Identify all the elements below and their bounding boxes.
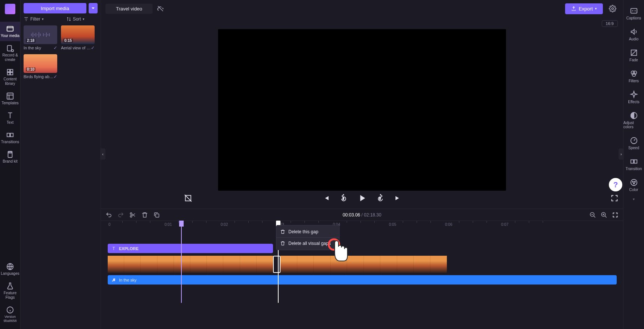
- import-dropdown-button[interactable]: [89, 3, 98, 13]
- zoom-in-button[interactable]: [601, 212, 607, 218]
- timeline-gap-selected[interactable]: [273, 256, 280, 273]
- next-button[interactable]: [393, 194, 402, 202]
- sort-button[interactable]: Sort ▾: [66, 16, 85, 22]
- media-name: Aerial view of …: [61, 46, 91, 50]
- nav-feature-flags[interactable]: Feature Flags: [0, 279, 20, 303]
- collapse-right-panel-button[interactable]: ›: [619, 148, 624, 160]
- check-icon: ✓: [53, 45, 57, 50]
- templates-icon: [6, 92, 14, 100]
- captions-icon: [630, 7, 638, 15]
- svg-point-28: [632, 73, 635, 76]
- svg-text:5: 5: [343, 197, 344, 200]
- svg-rect-9: [10, 133, 13, 136]
- nav-record[interactable]: Record & create: [0, 41, 20, 65]
- effects-icon: [630, 90, 638, 99]
- nav-brand-kit[interactable]: Brand kit: [0, 147, 20, 167]
- svg-point-2: [12, 50, 13, 52]
- svg-rect-4: [10, 70, 13, 72]
- color-icon: [630, 178, 638, 187]
- nav-text[interactable]: Text: [0, 108, 20, 128]
- tool-filters[interactable]: Filters: [623, 66, 644, 87]
- text-track-clip[interactable]: EXPLORE: [108, 244, 273, 253]
- tool-speed[interactable]: Speed: [623, 133, 644, 154]
- tool-transition[interactable]: Transition: [623, 154, 644, 175]
- rewind-5-button[interactable]: 5: [340, 194, 348, 202]
- zoom-out-button[interactable]: [589, 212, 596, 218]
- export-label: Export: [579, 6, 593, 12]
- tool-adjust-colors[interactable]: Adjust colors: [623, 108, 644, 133]
- svg-rect-1: [7, 46, 12, 51]
- globe-icon: [6, 262, 14, 271]
- nav-content-library[interactable]: Content library: [0, 65, 20, 89]
- svg-rect-20: [156, 214, 159, 217]
- forward-5-button[interactable]: 5: [376, 194, 384, 202]
- video-track-clip-2[interactable]: [280, 256, 447, 273]
- audio-track-clip[interactable]: In the sky: [108, 275, 617, 285]
- media-item[interactable]: 0:10 Birds flying ab…✓: [24, 54, 57, 79]
- tool-audio[interactable]: Audio: [623, 24, 644, 45]
- svg-rect-3: [7, 70, 10, 72]
- nav-templates[interactable]: Templates: [0, 89, 20, 108]
- menu-delete-this-gap[interactable]: Delete this gap: [276, 227, 339, 237]
- split-button[interactable]: [129, 212, 136, 218]
- audio-thumbnail: 2:18: [24, 25, 57, 44]
- svg-point-35: [634, 181, 635, 182]
- tool-effects[interactable]: Effects: [623, 87, 644, 108]
- nav-label: Text: [7, 120, 13, 125]
- svg-text:5: 5: [379, 197, 381, 200]
- nav-label: Feature Flags: [0, 291, 20, 300]
- import-media-button[interactable]: Import media: [24, 3, 86, 13]
- play-button[interactable]: [357, 193, 367, 203]
- video-track-clip-1[interactable]: [108, 256, 273, 273]
- nav-version[interactable]: Version 9ba8658: [0, 303, 20, 326]
- media-name: Birds flying ab…: [24, 74, 53, 79]
- nav-transitions[interactable]: Transitions: [0, 128, 20, 147]
- chevron-down-icon: ▾: [42, 17, 44, 21]
- duplicate-button[interactable]: [153, 212, 160, 218]
- prev-button[interactable]: [322, 194, 331, 202]
- aspect-ratio-button[interactable]: 16:9: [602, 20, 618, 27]
- media-item[interactable]: 0:15 Aerial view of …✓: [61, 25, 95, 50]
- app-logo[interactable]: [5, 4, 15, 14]
- ruler-tick: 0:06: [445, 222, 452, 227]
- settings-button[interactable]: [607, 3, 619, 15]
- tool-captions[interactable]: Captions: [623, 3, 644, 24]
- more-tools-chevron[interactable]: ▾: [633, 197, 635, 201]
- nav-your-media[interactable]: Your media: [0, 22, 20, 41]
- fit-button[interactable]: [612, 212, 619, 218]
- filter-icon: [24, 16, 29, 22]
- crop-icon[interactable]: [184, 194, 192, 202]
- fullscreen-button[interactable]: [610, 194, 619, 202]
- ruler-tick: 0: [108, 222, 111, 227]
- chevron-down-icon: [91, 6, 95, 10]
- ruler-tick: 0:02: [221, 222, 228, 227]
- collapse-left-panel-button[interactable]: ‹: [100, 148, 105, 160]
- redo-button[interactable]: [117, 212, 124, 218]
- video-thumbnail: 0:15: [61, 25, 95, 44]
- cloud-off-icon[interactable]: [157, 5, 164, 12]
- chevron-down-icon: ▾: [595, 7, 597, 10]
- filters-icon: [630, 70, 638, 78]
- adjust-colors-icon: [630, 111, 638, 120]
- svg-rect-31: [631, 160, 633, 163]
- check-icon: ✓: [91, 45, 95, 50]
- delete-button[interactable]: [141, 212, 148, 218]
- export-button[interactable]: Export ▾: [565, 3, 603, 14]
- media-item[interactable]: 2:18 In the sky✓: [24, 25, 57, 50]
- undo-button[interactable]: [105, 212, 112, 218]
- record-icon: [6, 44, 14, 52]
- project-title-input[interactable]: Travel video: [105, 4, 153, 14]
- svg-rect-11: [9, 152, 11, 153]
- help-button[interactable]: ?: [609, 178, 622, 191]
- svg-rect-5: [7, 73, 10, 75]
- tool-color[interactable]: Color: [623, 175, 644, 196]
- svg-point-18: [130, 213, 132, 215]
- transition-icon: [630, 157, 638, 166]
- nav-languages[interactable]: Languages: [0, 259, 20, 279]
- music-icon: [111, 278, 116, 282]
- filter-button[interactable]: Filter ▾: [24, 16, 44, 22]
- video-preview[interactable]: [218, 29, 506, 191]
- duration-badge: 0:15: [63, 39, 73, 43]
- chevron-down-icon: ▾: [83, 17, 85, 21]
- tool-fade[interactable]: Fade: [623, 45, 644, 66]
